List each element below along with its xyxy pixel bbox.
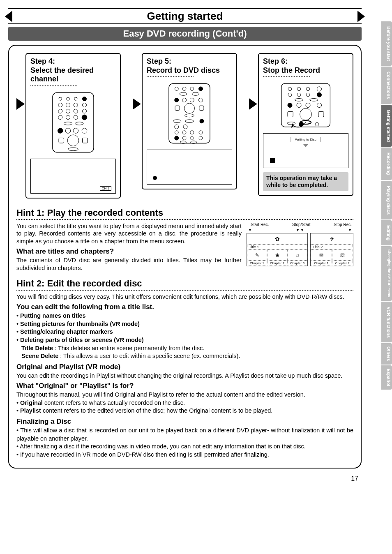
tab-recording[interactable]: Recording <box>381 148 392 180</box>
svg-point-65 <box>317 92 322 97</box>
ch-label: Chapter 2 <box>332 261 353 266</box>
tab-connections[interactable]: Connections <box>381 67 392 104</box>
marker-arrow: ▾ ▾ <box>297 228 303 232</box>
svg-point-44 <box>200 119 204 123</box>
ribbon-title: Getting started <box>147 10 223 22</box>
svg-point-34 <box>175 98 179 102</box>
step-4-title: Step 4: Select the desired channel <box>30 57 116 84</box>
arrow-icon <box>249 98 257 110</box>
orig-p: You can edit the recordings in Playlist … <box>16 372 353 380</box>
svg-point-4 <box>83 97 87 101</box>
tv-screen: CH 1 <box>30 159 116 194</box>
remote-diagram <box>147 81 232 146</box>
remote-diagram <box>263 81 348 130</box>
svg-point-16 <box>82 115 87 120</box>
step-4-box: Step 4: Select the desired channel <box>25 53 121 199</box>
marker-stopstart: Stop/Start <box>292 222 310 227</box>
step-6-title: Step 6: Stop the Record <box>263 57 348 75</box>
svg-point-51 <box>175 136 179 140</box>
ch-label: Chapter 1 <box>247 261 267 266</box>
title2-label: Title 2 <box>311 244 353 250</box>
step-6-box: Step 6: Stop the Record <box>258 53 353 196</box>
channel-label: CH 1 <box>100 186 111 191</box>
step-5-box: Step 5: Record to DVD discs <box>142 53 237 189</box>
writing-label: Writing to Disc <box>291 137 321 142</box>
ch-label: Chapter 1 <box>311 261 332 266</box>
what-bullet: • Playlist content refers to the edited … <box>16 407 353 415</box>
tab-setup-menu[interactable]: Changing the SETUP menu <box>381 246 392 300</box>
tab-playing-discs[interactable]: Playing discs <box>381 181 392 219</box>
svg-point-68 <box>288 103 292 108</box>
what-bullet: • Original content refers to what's actu… <box>16 399 353 407</box>
content-frame: Step 4: Select the desired channel <box>8 45 362 469</box>
tv-screen: Writing to Disc <box>263 133 348 168</box>
ch-label: Chapter 2 <box>267 261 287 266</box>
hint1-p2: The contents of DVD disc are generally d… <box>16 256 242 272</box>
bullet: • Setting pictures for thumbnails (VR mo… <box>16 320 353 328</box>
step-5-title: Step 5: Record to DVD discs <box>147 57 232 75</box>
tab-before-you-start[interactable]: Before you start <box>381 21 392 66</box>
title1-label: Title 1 <box>247 244 307 250</box>
hint1-heading: Hint 1: Play the recorded contents <box>16 208 353 218</box>
fin-bullet: • After finalizing a disc if the recordi… <box>16 443 353 451</box>
ch-label: Chapter 3 <box>287 261 307 266</box>
what-head: What "Original" or "Playlist" is for? <box>16 382 353 390</box>
bullet: • Putting names on titles <box>16 312 353 320</box>
remote-diagram <box>30 90 116 155</box>
tab-editing[interactable]: Editing <box>381 220 392 245</box>
tab-vcr-functions[interactable]: VCR functions <box>381 302 392 343</box>
title-chapter-diagram: Start Rec. Stop/Start Stop Rec. ▾ ▾ ▾ ▾ … <box>247 222 353 276</box>
hint2-p1: You will find editing discs very easy. T… <box>16 293 353 301</box>
svg-point-19 <box>58 128 63 134</box>
fin-bullet: • This will allow a disc that is recorde… <box>16 427 353 443</box>
section-bar: Easy DVD recording (Cont'd) <box>8 27 362 41</box>
marker-arrow: ▾ <box>349 228 351 232</box>
arrow-icon <box>16 98 25 110</box>
fin-bullet: • If you have recorded in VR mode on DVD… <box>16 451 353 459</box>
arrow-icon <box>133 98 141 110</box>
bullet: • Setting/clearing chapter markers <box>16 328 353 336</box>
scene-delete-line: Scene Delete : This allows a user to edi… <box>21 352 353 360</box>
hint2-heading: Hint 2: Edit the recorded disc <box>16 278 353 289</box>
chevron-down-icon <box>303 144 308 147</box>
hint1-p1: You can select the title you want to pla… <box>16 222 242 245</box>
what-p: Throughout this manual, you will find Or… <box>16 391 353 399</box>
marker-arrow: ▾ <box>249 228 251 232</box>
note-strip: This operation may take a while to be co… <box>263 172 348 191</box>
tv-screen <box>147 150 232 185</box>
edit-head: You can edit the following from a title … <box>16 303 353 311</box>
title-delete-line: Title Delete : This deletes an entire sc… <box>21 344 353 353</box>
stop-icon <box>270 158 275 163</box>
tab-others[interactable]: Others <box>381 343 392 364</box>
tab-espanol[interactable]: Español <box>381 365 392 390</box>
marker-start: Start Rec. <box>251 222 269 227</box>
bullet: • Deleting parts of titles or scenes (VR… <box>16 336 353 344</box>
fin-head: Finalizing a Disc <box>16 418 353 426</box>
page-number: 17 <box>8 475 358 482</box>
orig-head: Original and Playlist (VR mode) <box>16 363 353 371</box>
marker-stop: Stop Rec. <box>334 222 352 227</box>
record-icon <box>153 176 157 180</box>
svg-rect-0 <box>53 92 94 152</box>
side-tabs: Before you start Connections Getting sta… <box>381 21 392 390</box>
svg-point-31 <box>199 87 203 91</box>
tab-getting-started[interactable]: Getting started <box>381 105 392 147</box>
hint1-sub: What are titles and chapters? <box>16 247 242 256</box>
page-ribbon: Getting started <box>8 8 362 24</box>
